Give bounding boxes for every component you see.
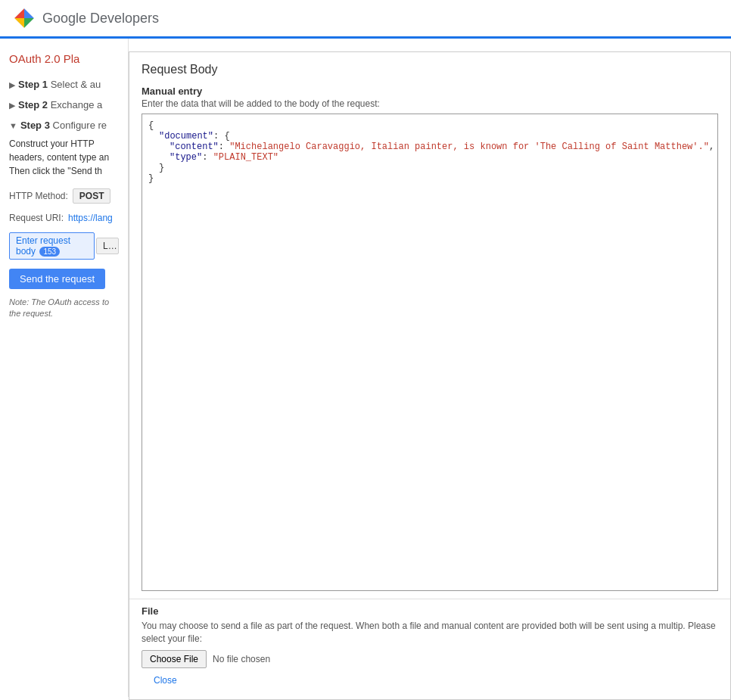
http-method-row: HTTP Method: POST: [0, 185, 128, 207]
step3-description: Construct your HTTP headers, content typ…: [9, 138, 109, 176]
file-section: File You may choose to send a file as pa…: [129, 599, 730, 697]
tab-list-label: List p: [103, 241, 119, 251]
tabs-row: Enter request body 153 List p: [0, 229, 128, 263]
step3-number: Step 3: [20, 120, 50, 131]
request-uri-label: Request URI:: [9, 213, 64, 223]
step3-label-text: Configure re: [53, 120, 107, 131]
tab-enter-request[interactable]: Enter request body 153: [9, 232, 95, 260]
sidebar: OAuth 2.0 Pla ▶ Step 1 Select & au ▶ Ste…: [0, 39, 129, 697]
step1-number: Step 1: [18, 79, 48, 90]
manual-entry-desc: Enter the data that will be added to the…: [129, 98, 730, 114]
code-editor[interactable]: { "document": { "content": "Michelangelo…: [142, 114, 718, 591]
modal-title: Request Body: [129, 52, 730, 82]
google-icon: [12, 6, 36, 30]
tab-list[interactable]: List p: [96, 238, 119, 254]
main-layout: OAuth 2.0 Pla ▶ Step 1 Select & au ▶ Ste…: [0, 39, 731, 697]
sidebar-title: OAuth 2.0 Pla: [0, 46, 128, 74]
send-request-button[interactable]: Send the request: [9, 269, 105, 289]
request-uri-value: https://lang: [68, 213, 113, 223]
top-bar: Google Developers: [0, 0, 731, 39]
chevron-right-icon-2: ▶: [9, 101, 15, 110]
step1-label: Select & au: [51, 79, 101, 90]
step2-number: Step 2: [18, 99, 48, 110]
sidebar-item-label: Step 1 Select & au: [18, 79, 101, 90]
step3-content: Construct your HTTP headers, content typ…: [9, 137, 119, 178]
step2-label: Exchange a: [51, 99, 103, 110]
oauth-note: Note: The OAuth access to the request.: [0, 292, 128, 325]
file-label: File: [142, 605, 718, 617]
http-method-label: HTTP Method:: [9, 191, 68, 201]
sidebar-item-step2[interactable]: ▶ Step 2 Exchange a: [0, 95, 128, 115]
request-body-modal: Request Body Manual entry Enter the data…: [129, 51, 731, 697]
http-method-value: POST: [73, 188, 111, 204]
step3-label: Step 3 Configure re: [20, 120, 107, 131]
chevron-right-icon: ▶: [9, 80, 15, 90]
file-row: Choose File No file chosen: [142, 650, 718, 668]
manual-entry-label: Manual entry: [129, 82, 730, 98]
choose-file-button[interactable]: Choose File: [142, 650, 207, 668]
no-file-text: No file chosen: [213, 654, 270, 664]
file-desc: You may choose to send a file as part of…: [142, 620, 718, 646]
top-bar-title: Google Developers: [42, 11, 159, 26]
sidebar-item-step1[interactable]: ▶ Step 1 Select & au: [0, 74, 128, 95]
tab-count-badge: 153: [39, 247, 60, 257]
request-uri-row: Request URI: https://lang: [0, 210, 128, 226]
step3-header[interactable]: ▼ Step 3 Configure re: [9, 120, 119, 131]
google-logo: [12, 6, 36, 30]
chevron-down-icon: ▼: [9, 121, 17, 130]
sidebar-item-label-2: Step 2 Exchange a: [18, 99, 102, 110]
sidebar-item-step3[interactable]: ▼ Step 3 Configure re Construct your HTT…: [0, 115, 128, 182]
close-link[interactable]: Close: [142, 675, 189, 695]
